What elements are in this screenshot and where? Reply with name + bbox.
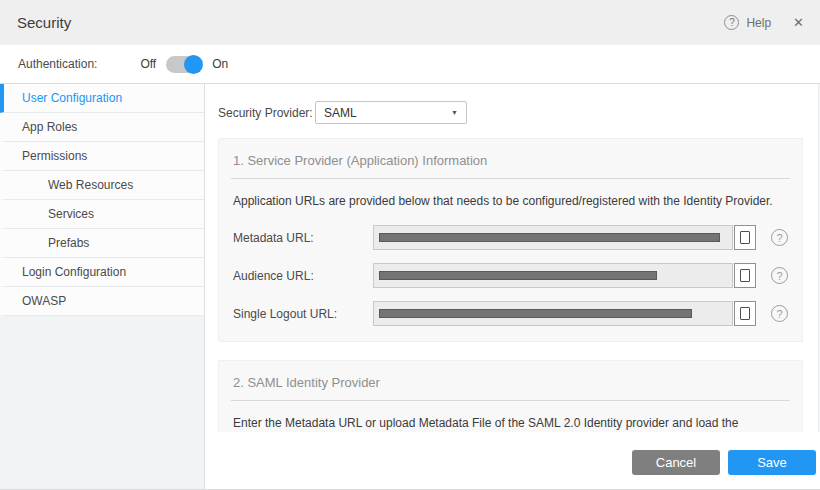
- sidebar-item-owasp[interactable]: OWASP: [0, 287, 204, 316]
- security-provider-row: Security Provider: SAML ▼: [205, 84, 818, 138]
- metadata-url-input[interactable]: [373, 225, 733, 250]
- security-provider-label: Security Provider:: [218, 106, 315, 120]
- section-2-description: Enter the Metadata URL or upload Metadat…: [233, 416, 788, 432]
- redacted-value-bar: [379, 271, 657, 280]
- single-logout-url-row: Single Logout URL: ?: [233, 301, 788, 326]
- field-help-icon[interactable]: ?: [771, 305, 788, 322]
- save-button[interactable]: Save: [728, 450, 816, 475]
- section-1-title: 1. Service Provider (Application) Inform…: [231, 145, 790, 179]
- sidebar-item-permissions[interactable]: Permissions: [0, 142, 204, 171]
- sidebar-item-app-roles[interactable]: App Roles: [0, 113, 204, 142]
- audience-url-row: Audience URL: ?: [233, 263, 788, 288]
- sidebar-item-user-configuration[interactable]: User Configuration: [0, 84, 204, 113]
- field-help-icon[interactable]: ?: [771, 229, 788, 246]
- copy-button[interactable]: [734, 301, 756, 326]
- authentication-row: Authentication: Off On: [0, 45, 820, 84]
- auth-on-label: On: [212, 57, 228, 71]
- sidebar-item-services[interactable]: Services: [0, 200, 204, 229]
- authentication-label: Authentication:: [18, 57, 97, 71]
- section-service-provider-info: 1. Service Provider (Application) Inform…: [218, 138, 803, 342]
- security-provider-value: SAML: [324, 106, 357, 120]
- security-provider-select[interactable]: SAML ▼: [315, 101, 467, 124]
- dialog-footer: Cancel Save: [205, 432, 820, 490]
- sidebar-item-login-configuration[interactable]: Login Configuration: [0, 258, 204, 287]
- redacted-value-bar: [379, 309, 692, 318]
- single-logout-url-input[interactable]: [373, 301, 733, 326]
- metadata-url-label: Metadata URL:: [233, 231, 373, 245]
- cancel-button[interactable]: Cancel: [632, 450, 720, 475]
- copy-icon: [740, 269, 750, 282]
- audience-url-input[interactable]: [373, 263, 733, 288]
- titlebar: Security ? Help ✕: [0, 0, 820, 45]
- main-panel: Security Provider: SAML ▼ 1. Service Pro…: [205, 84, 820, 490]
- section-2-title: 2. SAML Identity Provider: [231, 367, 790, 401]
- audience-url-label: Audience URL:: [233, 269, 373, 283]
- redacted-value-bar: [379, 233, 720, 242]
- help-link[interactable]: Help: [746, 16, 771, 30]
- copy-icon: [740, 307, 750, 320]
- section-1-description: Application URLs are provided below that…: [233, 194, 788, 208]
- dialog-body: User Configuration App Roles Permissions…: [0, 84, 820, 490]
- page-title: Security: [17, 14, 71, 31]
- scrollable-content: Security Provider: SAML ▼ 1. Service Pro…: [205, 84, 820, 432]
- copy-icon: [740, 231, 750, 244]
- single-logout-url-label: Single Logout URL:: [233, 307, 373, 321]
- copy-button[interactable]: [734, 263, 756, 288]
- toggle-knob: [184, 55, 203, 74]
- chevron-down-icon: ▼: [451, 109, 458, 116]
- authentication-toggle[interactable]: [166, 56, 202, 73]
- copy-button[interactable]: [734, 225, 756, 250]
- security-dialog: Security ? Help ✕ Authentication: Off On…: [0, 0, 820, 490]
- metadata-url-row: Metadata URL: ?: [233, 225, 788, 250]
- help-icon[interactable]: ?: [724, 15, 739, 30]
- sidebar-item-web-resources[interactable]: Web Resources: [0, 171, 204, 200]
- titlebar-actions: ? Help ✕: [724, 15, 804, 30]
- section-saml-identity-provider: 2. SAML Identity Provider Enter the Meta…: [218, 360, 803, 432]
- field-help-icon[interactable]: ?: [771, 267, 788, 284]
- sidebar-item-prefabs[interactable]: Prefabs: [0, 229, 204, 258]
- auth-off-label: Off: [140, 57, 156, 71]
- sidebar: User Configuration App Roles Permissions…: [0, 84, 205, 490]
- close-icon[interactable]: ✕: [793, 15, 804, 30]
